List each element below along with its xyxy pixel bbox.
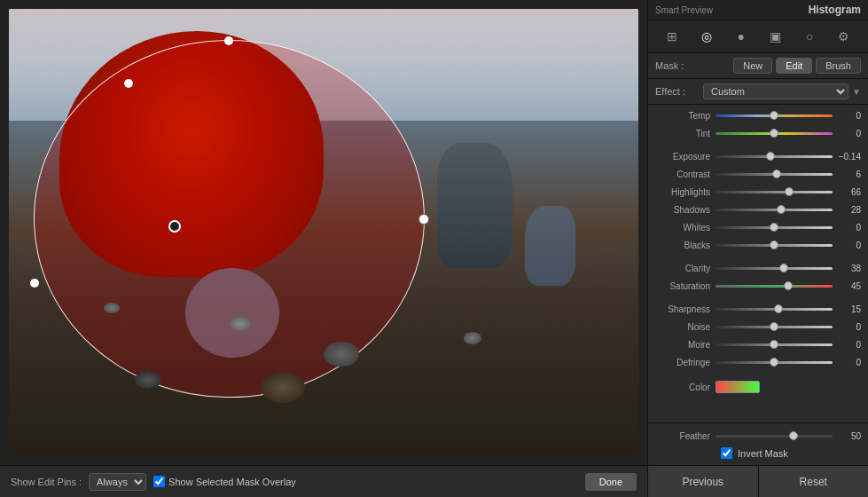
temp-value: 0 [833,111,861,121]
noise-label: Noise [655,322,716,332]
moire-thumb[interactable] [770,340,778,349]
blacks-label: Blacks [655,241,716,250]
whites-track[interactable] [716,226,833,229]
defringe-thumb[interactable] [770,358,778,367]
temp-slider-row: Temp 0 [648,106,868,124]
pebble [230,317,251,331]
show-mask-overlay-label: Show Selected Mask Overlay [153,476,296,487]
clarity-value: 38 [833,264,861,273]
graduated-filter-icon[interactable]: ▣ [762,26,787,47]
contrast-thumb[interactable] [772,170,781,178]
blacks-track[interactable] [716,244,833,247]
shadows-track[interactable] [716,209,833,211]
shadows-thumb[interactable] [777,205,786,214]
whites-value: 0 [833,223,861,233]
sharpness-value: 15 [833,304,861,314]
whites-label: Whites [655,223,716,233]
highlights-value: 66 [833,187,861,197]
pebble-large [261,372,305,403]
saturation-thumb[interactable] [784,281,793,290]
radial-gradient-icon[interactable]: ◎ [694,26,719,47]
photo-background [9,9,638,456]
exposure-thumb[interactable] [766,152,775,161]
histogram-tab[interactable]: Histogram [809,4,861,16]
image-container [9,9,638,456]
highlights-label: Highlights [655,187,716,197]
sharpness-slider-row: Sharpness 15 [648,300,868,318]
rock-arch-hole [185,268,280,358]
panel-header: Smart Preview Histogram [648,0,868,20]
new-mask-button[interactable]: New [733,58,772,74]
moire-label: Moire [655,340,716,350]
main-rock [59,31,324,277]
edit-mask-button[interactable]: Edit [776,58,812,74]
right-rock-small [525,206,575,287]
tint-slider-row: Tint 0 [648,124,868,142]
defringe-label: Defringe [655,358,716,367]
feather-label: Feather [655,431,716,441]
feather-row: Feather 50 [655,427,861,445]
panel-bottom-buttons: Previous Reset [648,465,868,497]
show-mask-overlay-checkbox[interactable] [153,476,165,487]
highlights-slider-row: Highlights 66 [648,183,868,201]
noise-value: 0 [833,322,861,332]
defringe-track[interactable] [716,361,833,364]
sliders-area: Temp 0 Tint 0 Exposure [648,105,868,422]
blacks-thumb[interactable] [770,241,778,249]
contrast-track[interactable] [716,173,833,176]
brush-mask-button[interactable]: Brush [816,58,861,74]
grid-icon[interactable]: ⊞ [660,26,684,47]
tint-label: Tint [655,129,716,138]
feather-section: Feather 50 Invert Mask [648,422,868,465]
show-edit-pins-label: Show Edit Pins : [11,477,82,487]
moire-value: 0 [833,340,861,350]
defringe-slider-row: Defringe 0 [648,353,868,371]
invert-mask-checkbox[interactable] [721,447,732,459]
show-edit-pins-select[interactable]: Always [89,473,146,491]
reset-button[interactable]: Reset [759,466,869,497]
whites-slider-row: Whites 0 [648,218,868,236]
feather-track[interactable] [716,435,833,438]
highlights-thumb[interactable] [785,187,794,196]
color-swatch[interactable] [716,381,760,393]
done-button[interactable]: Done [585,473,637,491]
exposure-value: −0.14 [833,152,861,162]
feather-thumb[interactable] [789,431,798,440]
noise-slider-row: Noise 0 [648,318,868,335]
sharpness-thumb[interactable] [774,304,783,313]
clarity-track[interactable] [716,267,833,270]
contrast-slider-row: Contrast 6 [648,165,868,183]
whites-thumb[interactable] [770,223,778,232]
highlights-track[interactable] [716,191,833,193]
settings-icon[interactable]: ⚙ [832,26,856,47]
previous-button[interactable]: Previous [648,466,759,497]
effect-select[interactable]: Custom [703,83,848,99]
effect-label: Effect : [655,86,700,97]
contrast-label: Contrast [655,170,716,179]
temp-thumb[interactable] [770,111,778,120]
sharpness-track[interactable] [716,308,833,311]
saturation-value: 45 [833,281,861,291]
color-label: Color [655,383,716,392]
noise-track[interactable] [716,326,833,328]
clarity-thumb[interactable] [779,264,788,272]
shadows-label: Shadows [655,205,716,215]
temp-label: Temp [655,111,716,121]
tint-value: 0 [833,129,861,138]
defringe-value: 0 [833,358,861,367]
spot-removal-icon[interactable]: ● [729,26,754,47]
tint-thumb[interactable] [770,129,778,138]
tint-track[interactable] [716,132,833,135]
bottom-toolbar: Show Edit Pins : Always Show Selected Ma… [0,465,647,497]
handle-right[interactable] [418,214,429,225]
mask-row: Mask : New Edit Brush [648,53,868,79]
temp-track[interactable] [716,114,833,117]
moire-track[interactable] [716,343,833,346]
adjustment-brush-icon[interactable]: ○ [797,26,822,47]
noise-thumb[interactable] [770,322,778,331]
effect-dropdown-arrow[interactable]: ▼ [852,87,861,97]
right-rock-tall [437,143,512,268]
feather-value: 50 [833,431,861,441]
saturation-track[interactable] [716,285,833,288]
exposure-track[interactable] [716,155,833,158]
